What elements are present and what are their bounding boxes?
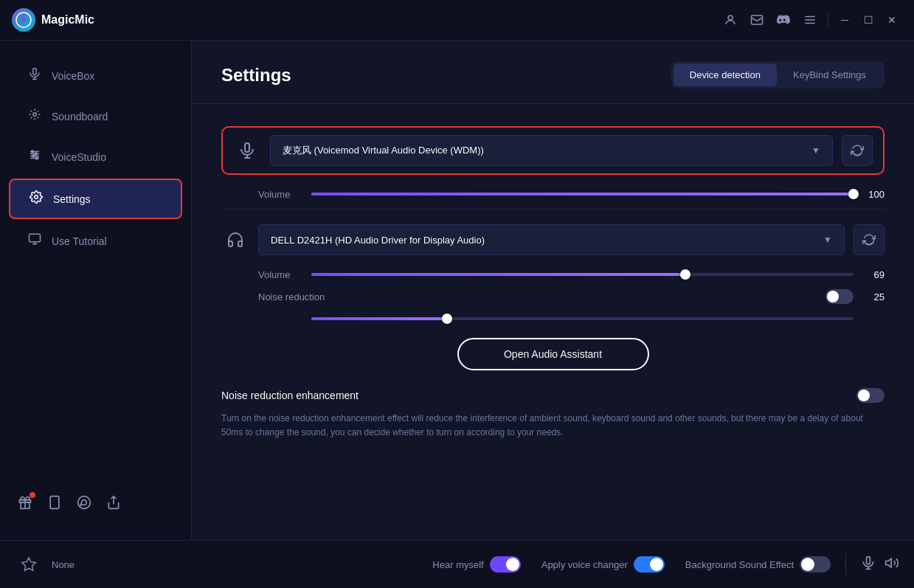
svg-point-1 (21, 18, 26, 22)
noise-slider-fill (311, 317, 447, 320)
bottom-separator (845, 553, 846, 575)
sidebar-spacer (0, 261, 191, 483)
noise-slider-thumb[interactable] (442, 314, 452, 324)
apply-voice-changer-toggle[interactable] (634, 556, 665, 573)
main-layout: VoiceBox Soundboard VoiceStudio Settings… (0, 41, 914, 540)
headphones-select[interactable]: DELL D2421H (HD Audio Driver for Display… (258, 224, 845, 255)
mic-icon (233, 136, 261, 165)
discord-icon-btn[interactable] (772, 8, 795, 32)
svg-point-9 (33, 113, 37, 117)
hp-volume-label: Volume (258, 269, 302, 280)
background-sound-effect-toggle[interactable] (800, 556, 831, 573)
svg-rect-7 (33, 69, 37, 75)
svg-point-17 (36, 157, 38, 159)
apply-voice-changer-control: Apply voice changer (541, 556, 665, 573)
sidebar-item-label-tutorial: Use Tutorial (52, 235, 107, 247)
tutorial-icon (27, 232, 43, 249)
svg-rect-19 (30, 234, 41, 242)
sidebar-item-label-soundboard: Soundboard (52, 111, 108, 122)
microphone-refresh-button[interactable] (842, 135, 873, 166)
titlebar-controls: ─ ☐ ✕ (719, 8, 902, 32)
soundboard-icon (27, 108, 43, 125)
sidebar-item-label-voicestudio: VoiceStudio (52, 151, 106, 163)
whatsapp-icon[interactable] (77, 495, 91, 513)
microphone-icon (27, 67, 43, 84)
noise-reduction-toggle[interactable] (825, 289, 854, 304)
hp-slider-track (311, 273, 854, 276)
headphones-select-text: DELL D2421H (HD Audio Driver for Display… (271, 235, 817, 246)
background-sound-effect-label: Background Sound Effect (685, 559, 794, 570)
apply-voice-changer-thumb (650, 558, 663, 571)
mic-volume-slider[interactable] (311, 187, 854, 201)
section-divider-1 (221, 209, 884, 210)
phone-icon[interactable] (47, 495, 62, 513)
mic-slider-fill (311, 193, 854, 196)
svg-point-18 (35, 196, 38, 199)
tab-keybind-settings[interactable]: KeyBind Settings (777, 63, 882, 86)
app-logo: MagicMic (12, 8, 94, 32)
sidebar-item-soundboard[interactable]: Soundboard (9, 97, 182, 135)
open-audio-assistant-button[interactable]: Open Audio Assistant (457, 338, 649, 370)
mic-slider-thumb[interactable] (848, 189, 859, 199)
bottom-volume-icon[interactable] (884, 556, 899, 574)
bottom-mic-icon[interactable] (861, 556, 876, 574)
svg-marker-33 (886, 558, 892, 567)
user-icon-btn[interactable] (719, 8, 742, 32)
microphone-dropdown-arrow: ▼ (811, 145, 820, 156)
tab-device-detection[interactable]: Device detection (674, 63, 777, 86)
hp-slider-thumb[interactable] (680, 269, 690, 280)
noise-enhancement-row: Noise reduction enhancement (221, 388, 884, 403)
sidebar-item-settings[interactable]: Settings (9, 179, 182, 219)
content-header: Settings Device detection KeyBind Settin… (192, 41, 914, 104)
svg-point-16 (32, 155, 35, 157)
sidebar: VoiceBox Soundboard VoiceStudio Settings… (0, 41, 192, 540)
noise-reduction-row: Noise reduction 25 (221, 289, 884, 304)
hear-myself-toggle[interactable] (490, 556, 521, 573)
svg-point-2 (728, 15, 733, 20)
sidebar-item-label-settings: Settings (53, 193, 91, 205)
settings-body: 麦克风 (Voicemod Virtual Audio Device (WDM)… (192, 104, 914, 462)
tab-group: Device detection KeyBind Settings (671, 61, 884, 89)
svg-rect-24 (50, 497, 59, 509)
hp-volume-slider[interactable] (311, 267, 854, 282)
gift-badge (30, 492, 35, 498)
svg-point-14 (32, 151, 34, 153)
mail-icon-btn[interactable] (745, 8, 769, 32)
noise-slider[interactable] (311, 311, 854, 326)
mic-slider-track (311, 193, 854, 196)
gift-icon[interactable] (18, 495, 32, 513)
svg-point-15 (35, 153, 37, 155)
microphone-select[interactable]: 麦克风 (Voicemod Virtual Audio Device (WDM)… (270, 135, 833, 166)
svg-rect-28 (245, 143, 249, 152)
close-button[interactable]: ✕ (882, 10, 902, 30)
noise-reduction-label: Noise reduction (258, 291, 817, 302)
minimize-button[interactable]: ─ (834, 10, 855, 30)
apply-voice-changer-label: Apply voice changer (541, 559, 628, 570)
svg-rect-3 (752, 15, 763, 24)
headphones-volume-row: Volume 69 (221, 267, 884, 282)
hp-slider-fill (311, 273, 685, 276)
hp-volume-value: 69 (862, 269, 884, 280)
svg-point-26 (78, 497, 91, 509)
page-title: Settings (221, 65, 291, 86)
headphones-icon (221, 226, 249, 254)
mic-volume-label: Volume (258, 189, 302, 200)
titlebar: MagicMic ─ ☐ ✕ (0, 0, 914, 41)
noise-enhancement-description: Turn on the noise reduction enhancement … (221, 412, 884, 440)
sidebar-bottom (0, 483, 191, 525)
microphone-select-text: 麦克风 (Voicemod Virtual Audio Device (WDM)… (283, 144, 806, 157)
sidebar-item-voicebox[interactable]: VoiceBox (9, 57, 182, 94)
maximize-button[interactable]: ☐ (858, 10, 879, 30)
sidebar-item-tutorial[interactable]: Use Tutorial (9, 222, 182, 260)
noise-reduction-slider-row: Vol (221, 311, 884, 326)
microphone-device-row: 麦克风 (Voicemod Virtual Audio Device (WDM)… (221, 126, 884, 175)
headphones-dropdown-arrow: ▼ (823, 235, 832, 245)
hear-myself-control: Hear myself (432, 556, 520, 573)
headphones-refresh-button[interactable] (854, 224, 884, 255)
sidebar-item-voicestudio[interactable]: VoiceStudio (9, 138, 182, 176)
voicestudio-icon (27, 148, 43, 165)
noise-enhancement-toggle[interactable] (856, 388, 884, 403)
share-icon[interactable] (106, 495, 121, 513)
menu-icon-btn[interactable] (798, 8, 822, 32)
titlebar-sep (828, 13, 828, 27)
